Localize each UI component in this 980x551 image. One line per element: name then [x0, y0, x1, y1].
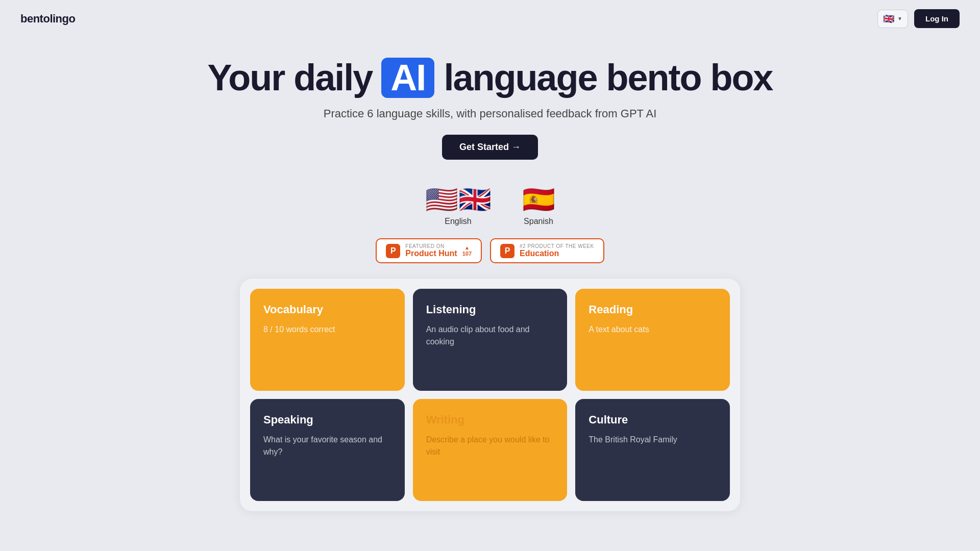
ph-logo-icon: P [386, 244, 400, 258]
hero-section: Your daily AI language bento box Practic… [0, 37, 980, 170]
culture-title: Culture [589, 413, 717, 427]
bento-container: Vocabulary 8 / 10 words correct Listenin… [240, 279, 740, 511]
reading-title: Reading [589, 303, 717, 316]
writing-card[interactable]: Writing Describe a place you would like … [413, 399, 568, 501]
ph-education-label: #2 PRODUCT OF THE WEEK [520, 243, 594, 249]
spanish-label: Spanish [524, 217, 553, 226]
ph-featured-name: Product Hunt [405, 249, 457, 258]
reading-desc: A text about cats [589, 323, 717, 336]
writing-title: Writing [426, 413, 554, 427]
language-selector[interactable]: 🇬🇧 ▼ [877, 10, 908, 28]
ph-education-text: #2 PRODUCT OF THE WEEK Education [520, 243, 594, 258]
ph-arrow-icon: ▲ [464, 245, 470, 251]
listening-desc: An audio clip about food and cooking [426, 323, 554, 348]
title-before: Your daily [208, 57, 373, 98]
spanish-flag-icon: 🇪🇸 [522, 186, 555, 213]
ph-score-value: 107 [462, 251, 472, 257]
listening-title: Listening [426, 303, 554, 316]
navbar: bentolingo 🇬🇧 ▼ Log In [0, 0, 980, 37]
vocabulary-desc: 8 / 10 words correct [263, 323, 391, 336]
bento-bottom-row: Speaking What is your favorite season an… [250, 399, 730, 501]
speaking-desc: What is your favorite season and why? [263, 434, 391, 458]
nav-right: 🇬🇧 ▼ Log In [877, 9, 960, 28]
culture-desc: The British Royal Family [589, 434, 717, 446]
bento-top-row: Vocabulary 8 / 10 words correct Listenin… [250, 289, 730, 391]
product-hunt-badges: P FEATURED ON Product Hunt ▲ 107 P #2 PR… [0, 238, 980, 263]
chevron-down-icon: ▼ [897, 16, 902, 21]
ph-education-name: Education [520, 249, 559, 258]
english-flag-icon: 🇺🇸🇬🇧 [425, 186, 492, 213]
listening-card[interactable]: Listening An audio clip about food and c… [413, 289, 568, 391]
nav-flag-icon: 🇬🇧 [883, 13, 894, 24]
reading-card[interactable]: Reading A text about cats [575, 289, 730, 391]
ph-badge-featured[interactable]: P FEATURED ON Product Hunt ▲ 107 [376, 238, 482, 263]
ph-score: ▲ 107 [462, 245, 472, 257]
language-flags: 🇺🇸🇬🇧 English 🇪🇸 Spanish [0, 186, 980, 226]
ph-featured-text: FEATURED ON Product Hunt [405, 243, 457, 258]
hero-title: Your daily AI language bento box [10, 58, 970, 98]
vocabulary-card[interactable]: Vocabulary 8 / 10 words correct [250, 289, 405, 391]
hero-subtitle: Practice 6 language skills, with persona… [10, 107, 970, 120]
speaking-title: Speaking [263, 413, 391, 427]
vocabulary-title: Vocabulary [263, 303, 391, 316]
speaking-card[interactable]: Speaking What is your favorite season an… [250, 399, 405, 501]
login-button[interactable]: Log In [914, 9, 960, 28]
culture-card[interactable]: Culture The British Royal Family [575, 399, 730, 501]
ph-edu-logo-icon: P [500, 244, 514, 258]
english-label: English [445, 217, 471, 226]
writing-desc: Describe a place you would like to visit [426, 434, 554, 458]
language-english[interactable]: 🇺🇸🇬🇧 English [425, 186, 492, 226]
title-after: language bento box [444, 57, 772, 98]
language-spanish[interactable]: 🇪🇸 Spanish [522, 186, 555, 226]
ai-badge: AI [381, 58, 434, 98]
ph-badge-education[interactable]: P #2 PRODUCT OF THE WEEK Education [490, 238, 604, 263]
get-started-button[interactable]: Get Started → [442, 135, 538, 160]
logo: bentolingo [20, 12, 75, 26]
ph-featured-label: FEATURED ON [405, 243, 444, 249]
